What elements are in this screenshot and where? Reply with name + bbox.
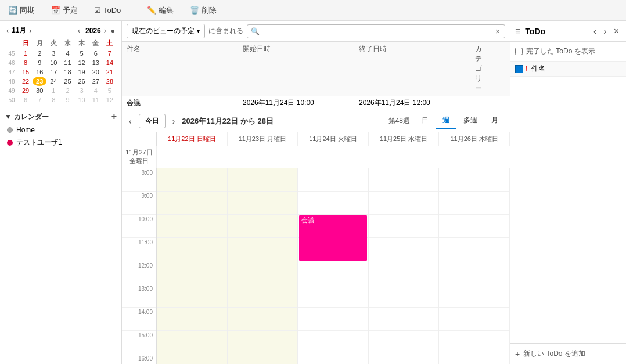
wed-10[interactable] [369, 215, 439, 238]
event-kaigi[interactable]: 会議 [299, 215, 367, 261]
day-col-wed[interactable] [369, 168, 440, 364]
sun-16[interactable] [157, 354, 227, 364]
tue-8[interactable] [298, 168, 368, 192]
todo-button[interactable]: ☑ ToDo [91, 3, 124, 17]
day-col-thu[interactable] [439, 168, 510, 364]
mini-cal-day[interactable]: 19 [75, 67, 89, 77]
wed-16[interactable] [369, 354, 439, 364]
mini-cal-day[interactable]: 2 [33, 49, 46, 58]
mini-cal-day[interactable]: 30 [33, 86, 46, 95]
thu-10[interactable] [439, 215, 509, 238]
prev-year-button[interactable]: ‹ [76, 26, 82, 35]
tue-9[interactable] [298, 192, 368, 215]
cal-next-button[interactable]: › [170, 116, 178, 127]
next-year-button[interactable]: › [102, 26, 108, 35]
wed-11[interactable] [369, 238, 439, 261]
sun-12[interactable] [157, 261, 227, 284]
mini-cal-day[interactable]: 5 [103, 86, 117, 95]
wed-15[interactable] [369, 331, 439, 354]
mini-cal-day[interactable]: 20 [89, 67, 103, 77]
tue-12[interactable] [298, 261, 368, 284]
mini-cal-day[interactable]: 6 [89, 49, 103, 58]
tue-16[interactable] [298, 354, 368, 364]
search-input[interactable] [262, 27, 494, 35]
mini-cal-day[interactable]: 18 [60, 67, 74, 77]
wed-8[interactable] [369, 168, 439, 192]
mini-cal-day[interactable]: 7 [33, 95, 46, 104]
mini-cal-day[interactable]: 6 [19, 95, 33, 104]
wed-12[interactable] [369, 261, 439, 284]
filter-dropdown[interactable]: 現在のビューの予定 ▾ [127, 24, 205, 38]
tab-week[interactable]: 週 [436, 113, 456, 129]
mini-cal-day[interactable]: 12 [75, 58, 89, 67]
add-calendar-button[interactable]: + [111, 111, 117, 122]
mini-cal-day[interactable]: 8 [19, 58, 33, 67]
sun-13[interactable] [157, 284, 227, 308]
day-col-sun[interactable] [157, 168, 228, 364]
mini-cal-day[interactable]: 28 [103, 77, 117, 86]
today-button[interactable]: 今日 [139, 114, 166, 128]
mini-cal-day[interactable]: 4 [89, 86, 103, 95]
todo-prev-button[interactable]: ‹ [591, 25, 599, 38]
mini-cal-day[interactable]: 11 [60, 58, 74, 67]
mon-13[interactable] [228, 284, 298, 308]
mini-cal-day[interactable]: 13 [89, 58, 103, 67]
todo-add-button[interactable]: + 新しい ToDo を追加 [510, 343, 626, 364]
sun-14[interactable] [157, 308, 227, 331]
mon-14[interactable] [228, 308, 298, 331]
mini-cal-today-circle[interactable]: ● [109, 26, 117, 35]
wed-14[interactable] [369, 308, 439, 331]
mon-10[interactable] [228, 215, 298, 238]
mini-cal-day[interactable]: 5 [75, 49, 89, 58]
mon-8[interactable] [228, 168, 298, 192]
schedule-button[interactable]: 📅 予定 [48, 3, 81, 18]
todo-menu-icon[interactable]: ≡ [515, 26, 520, 37]
mini-cal-day[interactable]: 22 [19, 77, 33, 86]
clear-search-button[interactable]: × [494, 27, 501, 36]
mini-cal-day[interactable]: 7 [103, 49, 117, 58]
cal-prev-button[interactable]: ‹ [127, 116, 134, 127]
mini-cal-day[interactable]: 16 [33, 67, 46, 77]
calendar-section-header[interactable]: ▼ カレンダー + [5, 109, 117, 124]
mon-9[interactable] [228, 192, 298, 215]
wed-13[interactable] [369, 284, 439, 308]
mini-cal-day[interactable]: 10 [75, 95, 89, 104]
tab-month[interactable]: 月 [484, 113, 505, 129]
thu-12[interactable] [439, 261, 509, 284]
thu-15[interactable] [439, 331, 509, 354]
mini-cal-day[interactable]: 10 [46, 58, 60, 67]
mini-cal-day[interactable]: 25 [60, 77, 74, 86]
mini-cal-day[interactable]: 4 [60, 49, 74, 58]
mini-cal-day[interactable]: 17 [46, 67, 60, 77]
tab-multiweek[interactable]: 多週 [456, 113, 484, 129]
delete-button[interactable]: 🗑️ 削除 [186, 3, 220, 18]
thu-16[interactable] [439, 354, 509, 364]
mini-cal-day[interactable]: 3 [75, 86, 89, 95]
sync-button[interactable]: 🔄 同期 [5, 3, 38, 18]
calendar-item-home[interactable]: Home [5, 124, 117, 136]
mini-cal-day[interactable]: 26 [75, 77, 89, 86]
thu-13[interactable] [439, 284, 509, 308]
sun-15[interactable] [157, 331, 227, 354]
mini-cal-day[interactable]: 12 [103, 95, 117, 104]
sun-11[interactable] [157, 238, 227, 261]
tue-14[interactable] [298, 308, 368, 331]
mini-cal-day[interactable]: 3 [46, 49, 60, 58]
tue-15[interactable] [298, 331, 368, 354]
calendar-item-testuser1[interactable]: テストユーザ1 [5, 136, 117, 149]
edit-button[interactable]: ✏️ 編集 [143, 3, 177, 18]
mini-cal-day[interactable]: 21 [103, 67, 117, 77]
mini-cal-day[interactable]: 23 [33, 77, 46, 86]
thu-9[interactable] [439, 192, 509, 215]
tue-13[interactable] [298, 284, 368, 308]
mini-cal-day[interactable]: 1 [46, 86, 60, 95]
sun-9[interactable] [157, 192, 227, 215]
tab-day[interactable]: 日 [415, 113, 436, 129]
mini-cal-day[interactable]: 15 [19, 67, 33, 77]
thu-8[interactable] [439, 168, 509, 192]
mini-cal-day[interactable]: 14 [103, 58, 117, 67]
thu-11[interactable] [439, 238, 509, 261]
show-done-checkbox[interactable] [515, 48, 523, 55]
next-month-button[interactable]: › [27, 26, 33, 35]
wed-9[interactable] [369, 192, 439, 215]
